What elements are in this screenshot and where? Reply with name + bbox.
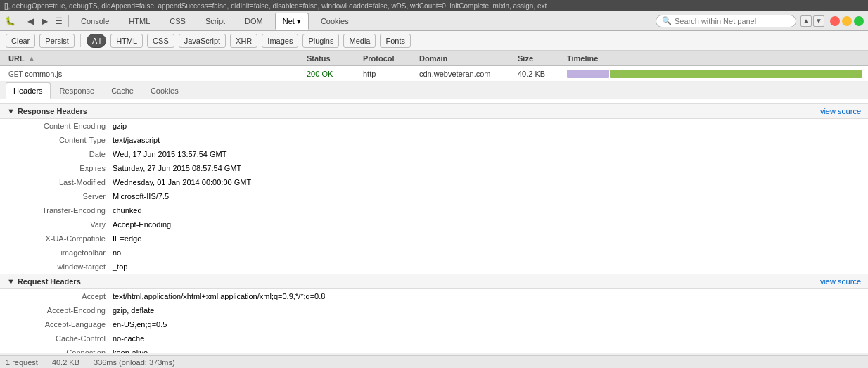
- header-row: Last-ModifiedWednesday, 01 Jan 2014 00:0…: [0, 175, 868, 189]
- table-row[interactable]: GET common.js 200 OK http cdn.webveteran…: [0, 66, 868, 82]
- col-timeline[interactable]: Timeline: [564, 54, 862, 63]
- header-row: Accept-Encodinggzip, deflate: [0, 303, 868, 317]
- detail-tab-headers[interactable]: Headers: [6, 82, 51, 99]
- header-value: _top: [113, 261, 861, 272]
- nav-arrows: ▲ ▼: [800, 15, 824, 27]
- timeline-bars: [567, 70, 862, 78]
- header-name: Cache-Control: [7, 333, 113, 344]
- debug-text: [], debugOpen=true, debugTS, didAppend=f…: [4, 2, 547, 10]
- header-value: Wed, 17 Jun 2015 13:57:54 GMT: [113, 148, 861, 160]
- tab-dom[interactable]: DOM: [237, 13, 271, 30]
- row-timeline: 336ms: [564, 70, 862, 78]
- view-source-link-response[interactable]: view source: [820, 107, 861, 115]
- col-url[interactable]: URL ▲: [6, 54, 304, 63]
- tab-css[interactable]: CSS: [162, 13, 193, 30]
- filter-xhr[interactable]: XHR: [230, 34, 257, 48]
- header-name: Vary: [7, 219, 113, 230]
- status-text: 200 OK: [307, 70, 333, 78]
- search-input[interactable]: [675, 17, 790, 25]
- col-protocol[interactable]: Protocol: [360, 54, 416, 63]
- minimize-button[interactable]: [842, 16, 852, 26]
- header-name: window-target: [7, 261, 113, 272]
- header-row: Cache-Controlno-cache: [0, 331, 868, 345]
- response-headers-list: Content-EncodinggzipContent-Typetext/jav…: [0, 119, 868, 274]
- header-row: Accepttext/html,application/xhtml+xml,ap…: [0, 289, 868, 303]
- header-name: Date: [7, 148, 113, 160]
- header-row: Accept-Languageen-US,en;q=0.5: [0, 317, 868, 331]
- header-name: Connection: [7, 347, 113, 353]
- tab-net[interactable]: Net ▾: [275, 13, 309, 30]
- request-headers-list: Accepttext/html,application/xhtml+xml,ap…: [0, 289, 868, 353]
- scroll-up-button[interactable]: ▲: [800, 15, 812, 27]
- request-headers-section: ▼ Request Headers view source: [0, 274, 868, 289]
- persist-button[interactable]: Persist: [39, 34, 75, 48]
- header-value: text/html,application/xhtml+xml,applicat…: [113, 291, 861, 302]
- col-domain[interactable]: Domain: [416, 54, 515, 63]
- header-value: text/javascript: [113, 134, 861, 146]
- tab-html[interactable]: HTML: [121, 13, 158, 30]
- row-domain: cdn.webveteran.com: [416, 70, 515, 78]
- header-name: Last-Modified: [7, 177, 113, 188]
- header-value: gzip, deflate: [113, 305, 861, 316]
- header-name: Transfer-Encoding: [7, 205, 113, 216]
- firebug-icon[interactable]: 🐛: [4, 15, 15, 27]
- header-row: Content-Encodinggzip: [0, 119, 868, 133]
- header-row: DateWed, 17 Jun 2015 13:57:54 GMT: [0, 147, 868, 161]
- filter-html[interactable]: HTML: [110, 34, 143, 48]
- triangle-icon: ▼: [7, 107, 15, 115]
- search-box[interactable]: 🔍: [656, 15, 796, 27]
- filter-images[interactable]: Images: [262, 34, 298, 48]
- response-headers-section: ▼ Response Headers view source: [0, 103, 868, 119]
- search-icon: 🔍: [662, 16, 672, 25]
- expand-icon[interactable]: ☰: [53, 15, 64, 27]
- header-name: X-UA-Compatible: [7, 233, 113, 244]
- filter-css[interactable]: CSS: [147, 34, 174, 48]
- row-status: 200 OK: [304, 70, 360, 78]
- back-icon[interactable]: ◀: [25, 15, 36, 27]
- header-name: Accept-Encoding: [7, 305, 113, 316]
- detail-tab-cookies[interactable]: Cookies: [143, 82, 186, 99]
- detail-tab-cache[interactable]: Cache: [103, 82, 141, 99]
- header-row: Content-Typetext/javascript: [0, 133, 868, 147]
- header-value: no-cache: [113, 333, 861, 344]
- header-value: Microsoft-IIS/7.5: [113, 191, 861, 202]
- toolbar-sep-2: [68, 15, 69, 27]
- tab-console[interactable]: Console: [73, 13, 117, 30]
- tab-script[interactable]: Script: [198, 13, 233, 30]
- col-status[interactable]: Status: [304, 54, 360, 63]
- filter-bar: Clear Persist All HTML CSS JavaScript XH…: [0, 31, 868, 51]
- detail-tabs: Headers Response Cache Cookies: [0, 82, 868, 99]
- detail-content: ▼ Response Headers view source Content-E…: [0, 99, 868, 353]
- request-headers-title: Request Headers: [18, 277, 81, 286]
- header-row: window-target_top: [0, 260, 868, 274]
- row-size: 40.2 KB: [515, 70, 564, 78]
- header-value: Saturday, 27 Jun 2015 08:57:54 GMT: [113, 163, 861, 174]
- toolbar-sep-1: [20, 15, 20, 27]
- view-source-link-request[interactable]: view source: [820, 277, 861, 286]
- detail-tab-response[interactable]: Response: [52, 82, 103, 99]
- close-button[interactable]: [830, 16, 840, 26]
- header-value: keep-alive: [113, 347, 861, 353]
- col-size[interactable]: Size: [515, 54, 564, 63]
- detail-pane: Headers Response Cache Cookies ▼ Respons…: [0, 82, 868, 353]
- forward-icon[interactable]: ▶: [39, 15, 50, 27]
- header-name: Accept-Language: [7, 319, 113, 330]
- sort-arrow: ▲: [27, 54, 35, 63]
- filter-plugins[interactable]: Plugins: [302, 34, 339, 48]
- header-row: Connectionkeep-alive: [0, 345, 868, 353]
- maximize-button[interactable]: [854, 16, 864, 26]
- scroll-down-button[interactable]: ▼: [813, 15, 824, 27]
- filter-all[interactable]: All: [87, 34, 106, 48]
- header-value: IE=edge: [113, 233, 861, 244]
- header-name: imagetoolbar: [7, 247, 113, 258]
- header-name: Accept: [7, 291, 113, 302]
- debug-bar: [], debugOpen=true, debugTS, didAppend=f…: [0, 0, 868, 11]
- filter-fonts[interactable]: Fonts: [380, 34, 411, 48]
- header-row: ExpiresSaturday, 27 Jun 2015 08:57:54 GM…: [0, 161, 868, 175]
- header-value: Wednesday, 01 Jan 2014 00:00:00 GMT: [113, 177, 861, 188]
- clear-button[interactable]: Clear: [6, 34, 35, 48]
- header-value: Accept-Encoding: [113, 219, 861, 230]
- filter-javascript[interactable]: JavaScript: [179, 34, 226, 48]
- tab-cookies[interactable]: Cookies: [313, 13, 357, 30]
- filter-media[interactable]: Media: [343, 34, 376, 48]
